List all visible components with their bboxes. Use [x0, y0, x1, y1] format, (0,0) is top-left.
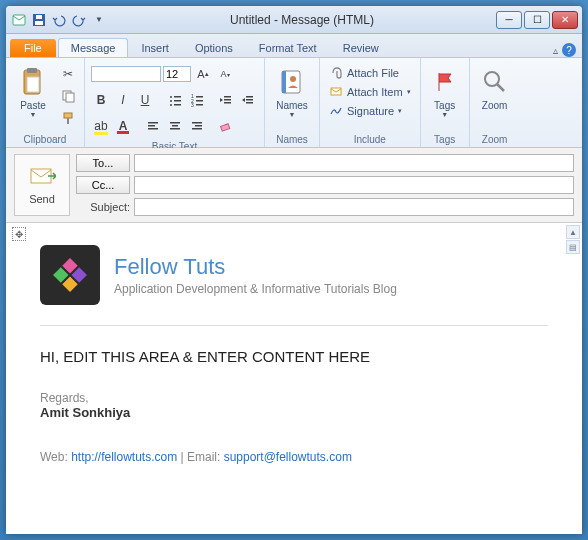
svg-rect-40 — [282, 71, 286, 93]
group-names: Names ▼ Names — [265, 58, 320, 147]
minimize-ribbon-icon[interactable]: ▵ — [553, 45, 558, 56]
brand-name: Fellow Tuts — [114, 254, 397, 280]
ribbon: Paste ▼ ✂ Clipboard — [6, 58, 582, 148]
svg-rect-29 — [148, 122, 158, 124]
qat-dropdown-icon[interactable]: ▼ — [90, 11, 108, 29]
shrink-font-icon[interactable]: A▾ — [215, 64, 235, 84]
svg-rect-12 — [174, 96, 181, 98]
send-button[interactable]: Send — [14, 154, 70, 216]
font-color-icon[interactable]: A — [113, 116, 133, 136]
to-field[interactable] — [134, 154, 574, 172]
minimize-button[interactable]: ─ — [496, 11, 522, 29]
ruler-icon[interactable]: ▤ — [566, 240, 580, 254]
regards-label: Regards, — [40, 391, 548, 405]
svg-line-44 — [497, 84, 504, 91]
subject-field[interactable] — [134, 198, 574, 216]
close-button[interactable]: ✕ — [552, 11, 578, 29]
tab-options[interactable]: Options — [182, 38, 246, 57]
outlook-message-window: ▼ Untitled - Message (HTML) ─ ☐ ✕ File M… — [6, 6, 582, 534]
signature-button[interactable]: Signature ▾ — [326, 102, 414, 120]
address-book-icon — [276, 66, 308, 98]
send-icon — [28, 166, 56, 190]
svg-rect-2 — [35, 21, 43, 25]
svg-rect-10 — [67, 118, 69, 124]
zoom-button[interactable]: Zoom — [476, 64, 514, 113]
clear-formatting-icon[interactable] — [215, 116, 235, 136]
tab-insert[interactable]: Insert — [128, 38, 182, 57]
attach-file-button[interactable]: Attach File — [326, 64, 414, 82]
font-size-select[interactable] — [163, 66, 191, 82]
cut-icon[interactable]: ✂ — [58, 64, 78, 84]
undo-icon[interactable] — [50, 11, 68, 29]
divider — [40, 325, 548, 326]
align-right-icon[interactable] — [187, 116, 207, 136]
svg-point-43 — [485, 72, 499, 86]
bold-button[interactable]: B — [91, 90, 111, 110]
grow-font-icon[interactable]: A▴ — [193, 64, 213, 84]
message-body[interactable]: ✥ ▲ ▤ Fellow Tuts Application Developmen… — [6, 223, 582, 534]
paperclip-icon — [329, 65, 343, 81]
file-tab[interactable]: File — [10, 39, 56, 57]
move-handle-icon[interactable]: ✥ — [12, 227, 26, 241]
svg-point-11 — [170, 96, 172, 98]
font-family-select[interactable] — [91, 66, 161, 82]
compose-header: Send To... Cc... Subject: — [6, 148, 582, 223]
brand-tagline: Application Development & Informative Tu… — [114, 282, 397, 296]
underline-button[interactable]: U — [135, 90, 155, 110]
svg-rect-37 — [192, 128, 202, 130]
window-title: Untitled - Message (HTML) — [108, 13, 496, 27]
format-painter-icon[interactable] — [58, 108, 78, 128]
maximize-button[interactable]: ☐ — [524, 11, 550, 29]
group-tags: Tags ▼ Tags — [421, 58, 470, 147]
tab-review[interactable]: Review — [330, 38, 392, 57]
svg-rect-20 — [196, 100, 203, 102]
flag-icon — [429, 66, 461, 98]
group-include: Attach File Attach Item ▾ Signature — [320, 58, 421, 147]
svg-rect-8 — [66, 93, 74, 102]
brand-logo — [40, 245, 100, 305]
cc-field[interactable] — [134, 176, 574, 194]
names-button[interactable]: Names ▼ — [271, 64, 313, 120]
web-link[interactable]: http://fellowtuts.com — [71, 450, 177, 464]
attach-item-button[interactable]: Attach Item ▾ — [326, 83, 414, 101]
increase-indent-icon[interactable] — [237, 90, 257, 110]
signature-name: Amit Sonkhiya — [40, 405, 548, 420]
magnifier-icon — [479, 66, 511, 98]
svg-rect-35 — [192, 122, 202, 124]
svg-rect-27 — [246, 99, 253, 101]
cc-button[interactable]: Cc... — [76, 176, 130, 194]
svg-rect-6 — [27, 77, 39, 92]
highlight-icon[interactable]: ab — [91, 116, 111, 136]
signature-footer: Web: http://fellowtuts.com | Email: supp… — [40, 450, 548, 464]
svg-rect-16 — [174, 104, 181, 106]
redo-icon[interactable] — [70, 11, 88, 29]
copy-icon[interactable] — [58, 86, 78, 106]
align-left-icon[interactable] — [143, 116, 163, 136]
paste-button[interactable]: Paste ▼ — [12, 64, 54, 120]
svg-rect-31 — [148, 128, 158, 130]
italic-button[interactable]: I — [113, 90, 133, 110]
help-icon[interactable]: ? — [562, 43, 576, 57]
to-button[interactable]: To... — [76, 154, 130, 172]
tab-message[interactable]: Message — [58, 38, 129, 57]
scroll-up-icon[interactable]: ▲ — [566, 225, 580, 239]
signature-icon — [329, 103, 343, 119]
svg-rect-14 — [174, 100, 181, 102]
numbering-icon[interactable]: 123 — [187, 90, 207, 110]
tab-format-text[interactable]: Format Text — [246, 38, 330, 57]
decrease-indent-icon[interactable] — [215, 90, 235, 110]
bullets-icon[interactable] — [165, 90, 185, 110]
content-placeholder[interactable]: HI, EDIT THIS AREA & ENTER CONTENT HERE — [40, 348, 548, 365]
window-controls: ─ ☐ ✕ — [496, 11, 578, 29]
app-icon — [10, 11, 28, 29]
svg-rect-36 — [195, 125, 202, 127]
save-icon[interactable] — [30, 11, 48, 29]
align-center-icon[interactable] — [165, 116, 185, 136]
email-link[interactable]: support@fellowtuts.com — [224, 450, 352, 464]
attach-item-icon — [329, 84, 343, 100]
svg-rect-28 — [246, 102, 253, 104]
svg-point-13 — [170, 100, 172, 102]
quick-access-toolbar: ▼ — [10, 11, 108, 29]
tags-button[interactable]: Tags ▼ — [427, 64, 463, 120]
svg-point-15 — [170, 104, 172, 106]
